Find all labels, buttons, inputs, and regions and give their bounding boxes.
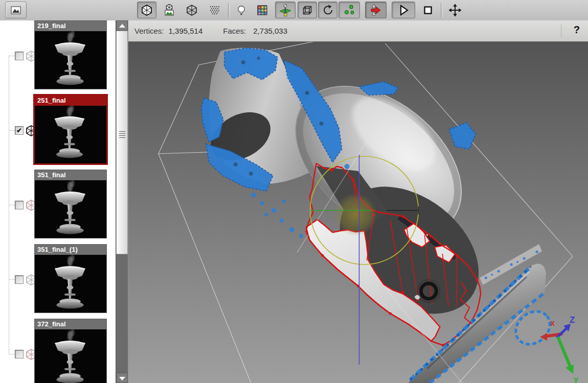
pan-button[interactable]	[445, 2, 465, 18]
ground-plane-button[interactable]	[275, 2, 296, 18]
play-button[interactable]	[392, 2, 415, 18]
toolbar-separator	[228, 3, 230, 17]
sidebar-scrollbar	[116, 20, 128, 383]
wireframe-hexagon-icon	[186, 4, 198, 16]
dot-grid-icon	[208, 4, 220, 16]
scan-item-label: 351_final	[35, 170, 106, 180]
textured-view-button[interactable]	[160, 2, 179, 18]
scan-item[interactable]: 219_final	[34, 20, 107, 89]
wireframe-view-button[interactable]	[182, 2, 201, 18]
application-window: 219_final ✔ 251_final 351_final	[0, 0, 588, 383]
bounding-box-button[interactable]	[298, 2, 317, 18]
stream-button[interactable]	[365, 2, 387, 18]
textured-hexagon-icon	[163, 4, 175, 16]
rotate-view-button[interactable]	[318, 2, 337, 18]
scan-item-label: 251_final	[35, 95, 106, 106]
scan-thumbnail	[35, 255, 106, 313]
thumbnails-panel-toggle-button[interactable]	[5, 2, 27, 18]
stop-icon	[422, 4, 434, 16]
move-cross-icon	[448, 4, 462, 17]
scan-visibility-checkbox[interactable]	[15, 350, 24, 358]
scan-thumbnail	[35, 329, 106, 383]
scan-visibility-checkbox[interactable]	[15, 201, 24, 209]
texture-palette-button[interactable]	[253, 2, 272, 18]
help-button[interactable]: ?	[574, 24, 580, 36]
play-icon	[397, 4, 410, 17]
shaded-view-button[interactable]	[137, 2, 156, 18]
stop-button[interactable]	[418, 2, 438, 18]
scan-item[interactable]: 372_final	[34, 319, 107, 383]
cube-icon	[301, 4, 313, 16]
scan-thumbnail	[35, 31, 106, 89]
points-view-button[interactable]	[205, 2, 224, 18]
statusbar-separator	[561, 25, 561, 38]
image-icon	[10, 4, 22, 16]
scrollbar-down-button[interactable]	[116, 373, 128, 383]
green-points-icon	[343, 4, 356, 17]
scan-item[interactable]: 351_final	[34, 170, 107, 238]
axis-z-label: Z	[570, 315, 575, 325]
vertices-value: 1,395,514	[169, 27, 203, 35]
scan-item[interactable]: 251_final	[33, 94, 108, 165]
scrollbar-grip	[119, 131, 125, 138]
faces-value: 2,735,033	[253, 27, 287, 35]
rotate-arrow-icon	[322, 4, 334, 16]
axis-x-label: x	[550, 319, 555, 327]
scan-visibility-checkbox[interactable]	[15, 52, 24, 60]
scan-thumbnail	[35, 180, 106, 238]
statusbar: Vertices: 1,395,514 Faces: 2,735,033 ?	[128, 20, 588, 42]
viewport-3d[interactable]: x Z y	[128, 42, 588, 383]
down-arrow-icon	[119, 377, 125, 380]
scan-item-label: 351_final_(1)	[35, 245, 106, 255]
scan-list-panel: 219_final ✔ 251_final 351_final	[0, 20, 128, 383]
brush-sphere	[334, 193, 377, 236]
toolbar	[0, 0, 588, 21]
red-arrow-icon	[369, 4, 382, 17]
scan-item-label: 372_final	[35, 319, 106, 329]
feature-points-button[interactable]	[338, 2, 360, 18]
up-arrow-icon	[119, 24, 125, 28]
scrollbar-thumb[interactable]	[116, 31, 128, 254]
toolbar-separator	[441, 3, 443, 17]
lighting-button[interactable]	[232, 2, 251, 18]
vertices-label: Vertices:	[134, 27, 164, 35]
plane-axis-icon	[279, 4, 292, 17]
scan-visibility-checkbox[interactable]: ✔	[15, 126, 24, 135]
scan-item-label: 219_final	[35, 21, 106, 31]
faces-label: Faces:	[223, 27, 246, 35]
scan-visibility-checkbox[interactable]	[15, 275, 24, 284]
axis-y-label: y	[574, 375, 578, 383]
shaded-hexagon-icon	[141, 4, 153, 16]
scrollbar-up-button[interactable]	[116, 20, 128, 31]
color-grid-icon	[256, 4, 268, 16]
scan-thumbnail	[35, 106, 106, 163]
lightbulb-icon	[235, 4, 247, 16]
scan-item[interactable]: 351_final_(1)	[34, 244, 107, 313]
